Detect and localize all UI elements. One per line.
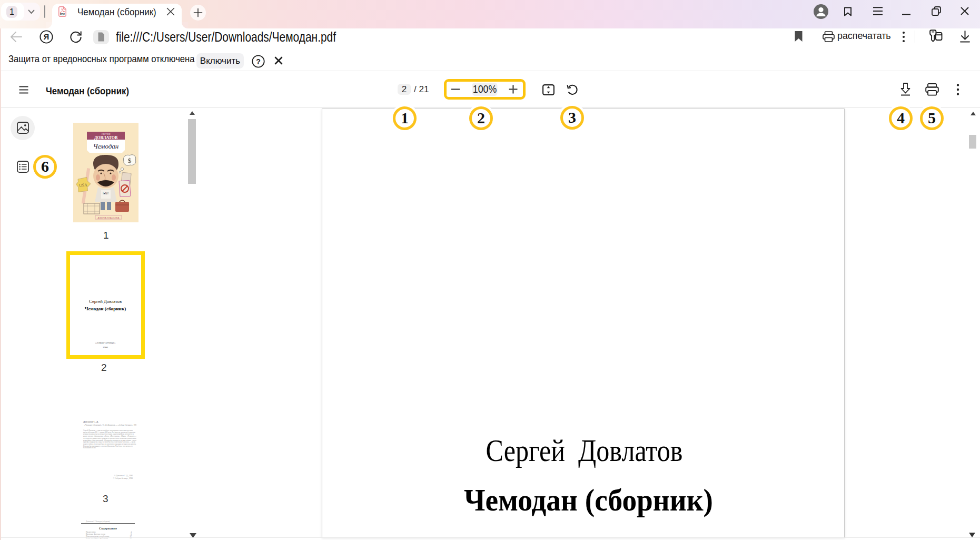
svg-text:?: ? [256,57,261,66]
svg-text:ДОВЛАТОВ: ДОВЛАТОВ [94,135,118,140]
svg-text:Чемодан: Чемодан [93,142,119,150]
svg-text:USA: USA [79,183,88,188]
svg-text:1986: 1986 [103,346,108,349]
svg-text:необычайно легко.: необычайно легко. [83,447,96,449]
svg-text:Чемодан (сборник): Чемодан (сборник) [85,306,126,311]
svg-text:АЗБУКА КЛАССИКА: АЗБУКА КЛАССИКА [97,217,119,219]
svg-text:Содержание: Содержание [99,526,117,530]
svg-text:Довлатов С. Д.: Довлатов С. Д. [83,420,98,423]
svg-text:Я: Я [44,33,49,41]
svg-text:«Азбука-Аттикус»: «Азбука-Аттикус» [95,341,116,344]
svg-text:Сергей Довлатов: Сергей Довлатов [89,299,122,304]
svg-text:I♥NY: I♥NY [103,192,109,195]
svg-text:$: $ [128,156,132,164]
svg-text:Довлатов С. Чемодан (сборник: Довлатов С. Чемодан (сборник) [86,521,110,523]
svg-text:PDF: PDF [60,13,65,16]
